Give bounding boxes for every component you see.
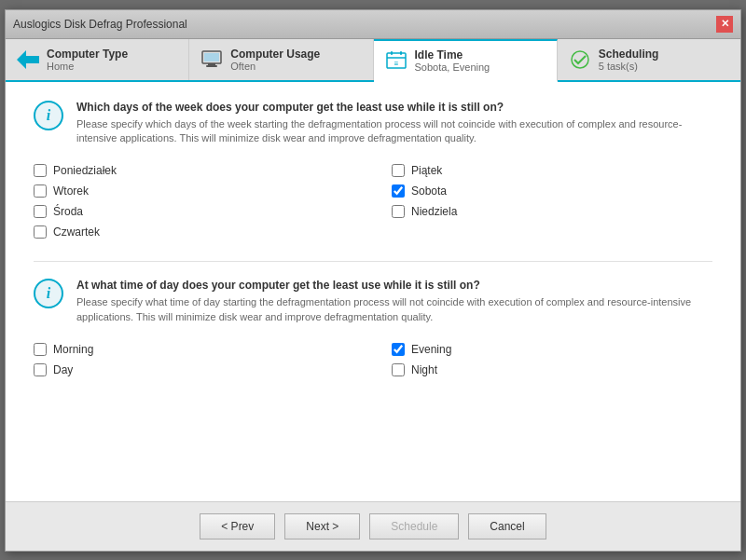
checkmark-icon bbox=[569, 50, 591, 69]
svg-marker-0 bbox=[17, 50, 39, 69]
checkbox-evening: Evening bbox=[392, 343, 712, 356]
checkbox-wtorek-input[interactable] bbox=[34, 184, 47, 198]
section2-description: Please specify what time of day starting… bbox=[76, 295, 712, 324]
content-area: i Which days of the week does your compu… bbox=[6, 82, 740, 501]
section-divider bbox=[34, 261, 712, 262]
main-window: Auslogics Disk Defrag Professional ✕ Com… bbox=[5, 9, 741, 552]
cancel-button[interactable]: Cancel bbox=[468, 513, 546, 540]
tab-computer-usage-title: Computer Usage bbox=[230, 48, 320, 61]
section1-description: Please specify which days of the week st… bbox=[76, 117, 712, 146]
section1-question: Which days of the week does your compute… bbox=[76, 101, 712, 114]
checkbox-evening-input[interactable] bbox=[392, 343, 405, 356]
section2-question: At what time of day does your computer g… bbox=[76, 279, 712, 292]
tab-computer-type[interactable]: Computer Type Home bbox=[6, 39, 189, 80]
svg-rect-2 bbox=[208, 63, 215, 65]
checkbox-night-label: Night bbox=[411, 363, 437, 376]
schedule-button[interactable]: Schedule bbox=[369, 513, 459, 540]
checkbox-wtorek-label: Wtorek bbox=[53, 184, 89, 198]
tab-computer-usage-subtitle: Often bbox=[230, 61, 320, 72]
tab-scheduling-title: Scheduling bbox=[599, 48, 659, 61]
checkbox-morning-input[interactable] bbox=[34, 343, 47, 356]
title-bar: Auslogics Disk Defrag Professional ✕ bbox=[6, 10, 740, 39]
checkbox-niedziela: Niedziela bbox=[392, 205, 712, 218]
checkbox-sroda: Środa bbox=[34, 205, 354, 218]
prev-button[interactable]: < Prev bbox=[200, 513, 275, 540]
next-button[interactable]: Next > bbox=[284, 513, 360, 540]
svg-text:≡: ≡ bbox=[394, 60, 398, 68]
checkbox-evening-label: Evening bbox=[411, 343, 451, 356]
checkbox-piatek-input[interactable] bbox=[392, 164, 405, 177]
checkbox-day: Day bbox=[34, 363, 354, 376]
section2-info: i At what time of day does your computer… bbox=[34, 279, 712, 324]
arrow-icon bbox=[17, 50, 39, 69]
svg-rect-3 bbox=[206, 65, 217, 67]
checkbox-morning: Morning bbox=[34, 343, 354, 356]
checkbox-wtorek: Wtorek bbox=[34, 184, 354, 198]
checkbox-sroda-input[interactable] bbox=[34, 205, 47, 218]
tab-idle-time[interactable]: ≡ Idle Time Sobota, Evening bbox=[374, 39, 558, 82]
section1-info: i Which days of the week does your compu… bbox=[34, 101, 712, 146]
monitor-icon bbox=[200, 50, 223, 69]
svg-rect-7 bbox=[400, 51, 402, 55]
times-grid: Morning Evening Day Night bbox=[34, 343, 712, 376]
checkbox-czwartek-input[interactable] bbox=[34, 225, 47, 239]
checkbox-poniedzialek-label: Poniedziałek bbox=[53, 164, 117, 177]
window-title: Auslogics Disk Defrag Professional bbox=[13, 18, 187, 31]
tab-scheduling-subtitle: 5 task(s) bbox=[599, 61, 659, 72]
tab-scheduling[interactable]: Scheduling 5 task(s) bbox=[558, 39, 740, 80]
checkbox-sroda-label: Środa bbox=[53, 205, 83, 218]
checkbox-night: Night bbox=[392, 363, 712, 376]
tab-idle-time-subtitle: Sobota, Evening bbox=[415, 61, 490, 73]
close-button[interactable]: ✕ bbox=[716, 16, 733, 33]
checkbox-night-input[interactable] bbox=[392, 363, 405, 376]
footer: < Prev Next > Schedule Cancel bbox=[6, 501, 740, 551]
checkbox-niedziela-input[interactable] bbox=[392, 205, 405, 218]
tab-computer-type-title: Computer Type bbox=[47, 48, 128, 61]
checkbox-poniedzialek: Poniedziałek bbox=[34, 164, 354, 177]
tabs-row: Computer Type Home Computer Usage Often bbox=[6, 39, 740, 82]
checkbox-day-input[interactable] bbox=[34, 363, 47, 376]
tab-computer-type-subtitle: Home bbox=[47, 61, 128, 72]
days-grid: Poniedziałek Piątek Wtorek Sobota Środa … bbox=[34, 164, 712, 239]
checkbox-czwartek-label: Czwartek bbox=[53, 225, 100, 239]
checkbox-piatek-label: Piątek bbox=[411, 164, 442, 177]
checkbox-sobota-input[interactable] bbox=[392, 184, 405, 198]
checkbox-piatek: Piątek bbox=[392, 164, 712, 177]
tab-idle-time-title: Idle Time bbox=[415, 48, 490, 61]
info-icon-2: i bbox=[34, 279, 63, 308]
clock-icon: ≡ bbox=[385, 51, 408, 70]
svg-rect-4 bbox=[204, 53, 219, 61]
checkbox-day-label: Day bbox=[53, 363, 73, 376]
checkbox-niedziela-label: Niedziela bbox=[411, 205, 457, 218]
tab-computer-usage[interactable]: Computer Usage Often bbox=[189, 39, 373, 80]
svg-rect-6 bbox=[391, 51, 393, 55]
checkbox-poniedzialek-input[interactable] bbox=[34, 164, 47, 177]
svg-point-10 bbox=[572, 51, 588, 68]
checkbox-sobota: Sobota bbox=[392, 184, 712, 198]
checkbox-morning-label: Morning bbox=[53, 343, 93, 356]
info-icon-1: i bbox=[34, 101, 63, 130]
checkbox-sobota-label: Sobota bbox=[411, 184, 447, 198]
checkbox-czwartek: Czwartek bbox=[34, 225, 354, 239]
